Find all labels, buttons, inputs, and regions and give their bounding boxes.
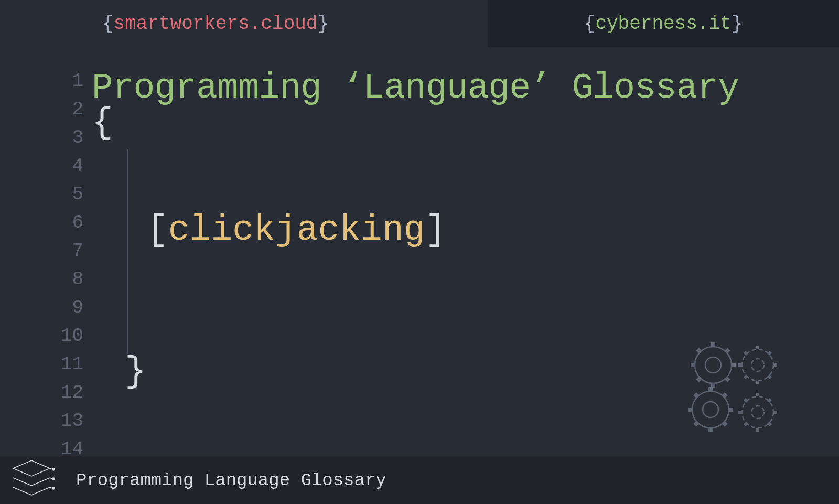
footer: Programming Language Glossary: [0, 456, 839, 504]
close-brace: }: [125, 351, 146, 392]
bracket-close: ]: [425, 210, 447, 250]
brace-open: {: [584, 13, 596, 35]
svg-line-7: [726, 378, 729, 381]
svg-line-46: [50, 487, 52, 488]
svg-line-29: [723, 394, 726, 397]
header-left: {smartworkers.cloud}: [0, 0, 488, 47]
indent-guide: [127, 149, 128, 354]
svg-line-39: [768, 399, 771, 402]
line-number: 1: [0, 67, 83, 95]
gears-icon: [682, 336, 792, 441]
header-right: {cyberness.it}: [488, 0, 839, 47]
svg-line-8: [697, 378, 701, 381]
line-number: 5: [0, 180, 83, 209]
glossary-title: Programming ‘Language’ Glossary: [92, 67, 839, 109]
line-number-gutter: 1 2 3 4 5 6 7 8 9 10 11 12 13 14: [0, 47, 92, 456]
svg-point-1: [705, 357, 721, 373]
line-number: 3: [0, 124, 83, 152]
glossary-term: clickjacking: [168, 210, 425, 250]
svg-point-21: [703, 402, 718, 417]
line-number: 10: [0, 322, 83, 350]
svg-line-16: [745, 352, 747, 355]
domain-smartworkers: smartworkers.cloud: [114, 13, 318, 35]
line-number: 8: [0, 265, 83, 294]
svg-line-17: [768, 376, 771, 378]
svg-line-6: [697, 349, 701, 352]
svg-line-38: [745, 423, 747, 425]
svg-point-43: [52, 487, 55, 489]
line-number: 11: [0, 350, 83, 379]
svg-line-18: [745, 376, 747, 378]
svg-line-26: [695, 394, 698, 397]
line-number: 13: [0, 407, 83, 435]
svg-point-41: [52, 468, 55, 470]
layers-icon: [10, 458, 60, 502]
brace-close: }: [317, 13, 329, 35]
header: {smartworkers.cloud} {cyberness.it}: [0, 0, 839, 47]
line-number: 4: [0, 152, 83, 180]
svg-line-36: [745, 399, 747, 402]
svg-line-44: [50, 468, 52, 469]
svg-point-31: [751, 406, 764, 419]
bracket-open: [: [147, 210, 168, 250]
line-number: 2: [0, 95, 83, 124]
line-number: 7: [0, 237, 83, 265]
term-line: [clickjacking]: [147, 210, 446, 250]
svg-marker-40: [13, 460, 50, 476]
brace-open: {: [102, 13, 114, 35]
domain-cyberness: cyberness.it: [595, 13, 731, 35]
svg-line-45: [50, 478, 52, 479]
line-number: 6: [0, 209, 83, 237]
open-brace: {: [92, 105, 839, 142]
svg-line-19: [768, 352, 771, 355]
footer-text: Programming Language Glossary: [76, 470, 386, 490]
svg-line-9: [726, 349, 729, 352]
line-number: 12: [0, 379, 83, 407]
svg-point-11: [751, 359, 764, 371]
brace-close: }: [732, 13, 743, 35]
svg-line-27: [723, 422, 726, 425]
svg-point-42: [52, 478, 55, 480]
svg-line-37: [768, 423, 771, 425]
line-number: 9: [0, 294, 83, 322]
svg-line-28: [695, 422, 698, 425]
